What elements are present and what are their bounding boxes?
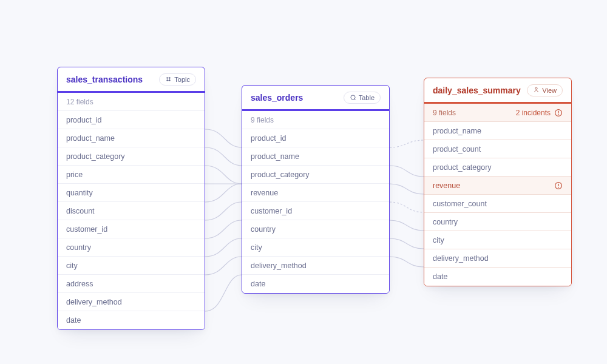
- field-name: revenue: [251, 189, 278, 197]
- alert-icon: [554, 181, 563, 190]
- field-name: product_id: [251, 134, 286, 143]
- fields-count-row: 9 fields: [242, 111, 389, 129]
- field-name: delivery_method: [66, 298, 122, 306]
- fields-count-label: 12 fields: [66, 98, 93, 106]
- field-name: delivery_method: [251, 261, 307, 270]
- incidents-label: 2 incidents: [516, 109, 551, 117]
- field-name: revenue: [433, 181, 460, 190]
- field-name: product_name: [66, 134, 115, 143]
- fields-list: product_idproduct_nameproduct_categoryre…: [242, 129, 389, 293]
- field-row[interactable]: address: [58, 275, 205, 293]
- field-row[interactable]: delivery_method: [242, 257, 389, 275]
- field-name: city: [251, 243, 262, 252]
- field-row[interactable]: customer_id: [58, 220, 205, 238]
- fields-count-label: 9 fields: [251, 116, 274, 124]
- topic-icon: [165, 76, 172, 83]
- badge-label: Table: [359, 94, 375, 101]
- card-title: sales_transactions: [66, 75, 143, 84]
- field-row[interactable]: quantity: [58, 184, 205, 202]
- card-header: sales_transactions Topic: [58, 67, 205, 93]
- field-name: city: [66, 261, 78, 270]
- fields-count-row: 12 fields: [58, 93, 205, 111]
- view-icon: [533, 87, 540, 93]
- field-name: country: [433, 218, 458, 226]
- card-header: sales_orders Table: [242, 86, 389, 111]
- field-row[interactable]: product_name: [242, 147, 389, 166]
- field-row[interactable]: product_category: [242, 166, 389, 184]
- field-name: date: [251, 280, 265, 288]
- field-row[interactable]: discount: [58, 202, 205, 220]
- field-name: delivery_method: [433, 254, 489, 263]
- svg-point-5: [535, 87, 537, 89]
- field-name: product_count: [433, 145, 481, 153]
- field-row[interactable]: product_id: [242, 129, 389, 147]
- fields-list: product_idproduct_nameproduct_categorypr…: [58, 111, 205, 329]
- field-name: address: [66, 280, 93, 288]
- entity-card-sales-orders[interactable]: sales_orders Table 9 fields product_idpr…: [242, 85, 390, 294]
- field-name: customer_count: [433, 200, 487, 208]
- field-row[interactable]: product_count: [424, 140, 571, 158]
- incidents-indicator[interactable]: 2 incidents: [516, 109, 563, 117]
- field-name: price: [66, 170, 83, 179]
- type-badge-topic: Topic: [159, 73, 196, 86]
- field-name: product_category: [433, 163, 492, 172]
- field-name: country: [251, 225, 276, 234]
- field-row[interactable]: city: [58, 257, 205, 275]
- field-row[interactable]: city: [424, 231, 571, 249]
- field-name: country: [66, 243, 91, 252]
- badge-label: View: [542, 87, 557, 94]
- fields-count-row: 9 fields 2 incidents: [424, 104, 571, 122]
- field-row[interactable]: country: [58, 238, 205, 257]
- field-name: date: [433, 272, 447, 281]
- field-row[interactable]: product_category: [424, 158, 571, 177]
- field-row[interactable]: delivery_method: [58, 293, 205, 311]
- alert-icon: [554, 109, 563, 117]
- field-row[interactable]: country: [424, 213, 571, 231]
- field-name: product_name: [433, 127, 481, 135]
- type-badge-view: View: [527, 84, 563, 96]
- field-row[interactable]: revenue: [424, 177, 571, 195]
- field-row[interactable]: customer_id: [242, 202, 389, 220]
- card-header: daily_sales_summary View: [424, 78, 571, 104]
- field-name: product_id: [66, 116, 101, 124]
- field-name: city: [433, 236, 444, 244]
- svg-point-8: [558, 114, 559, 115]
- entity-card-daily-sales-summary[interactable]: daily_sales_summary View 9 fields 2 inci…: [424, 78, 572, 286]
- field-name: customer_id: [251, 207, 292, 215]
- field-name: product_name: [251, 152, 299, 161]
- type-badge-table: Table: [344, 92, 381, 104]
- field-row[interactable]: date: [242, 275, 389, 293]
- field-name: customer_id: [66, 225, 107, 234]
- entity-card-sales-transactions[interactable]: sales_transactions Topic 12 fields produ…: [57, 67, 205, 330]
- field-row[interactable]: delivery_method: [424, 249, 571, 268]
- field-name: product_category: [66, 152, 125, 161]
- field-row[interactable]: date: [424, 268, 571, 286]
- field-row[interactable]: product_category: [58, 147, 205, 166]
- field-name: product_category: [251, 170, 310, 179]
- field-row[interactable]: customer_count: [424, 195, 571, 213]
- field-row[interactable]: product_name: [58, 129, 205, 147]
- field-name: date: [66, 316, 81, 325]
- field-row[interactable]: revenue: [242, 184, 389, 202]
- fields-count-label: 9 fields: [433, 109, 456, 117]
- field-name: discount: [66, 207, 95, 215]
- fields-list: product_nameproduct_countproduct_categor…: [424, 122, 571, 286]
- badge-label: Topic: [174, 76, 190, 83]
- card-title: daily_sales_summary: [433, 86, 521, 95]
- field-row[interactable]: city: [242, 238, 389, 257]
- svg-rect-7: [558, 110, 558, 113]
- field-row[interactable]: date: [58, 311, 205, 329]
- field-row[interactable]: price: [58, 166, 205, 184]
- field-name: quantity: [66, 189, 93, 197]
- field-row[interactable]: country: [242, 220, 389, 238]
- svg-rect-10: [558, 183, 558, 186]
- card-title: sales_orders: [251, 93, 303, 103]
- svg-point-11: [558, 187, 559, 188]
- table-icon: [350, 94, 356, 101]
- field-row[interactable]: product_name: [424, 122, 571, 140]
- field-row[interactable]: product_id: [58, 111, 205, 129]
